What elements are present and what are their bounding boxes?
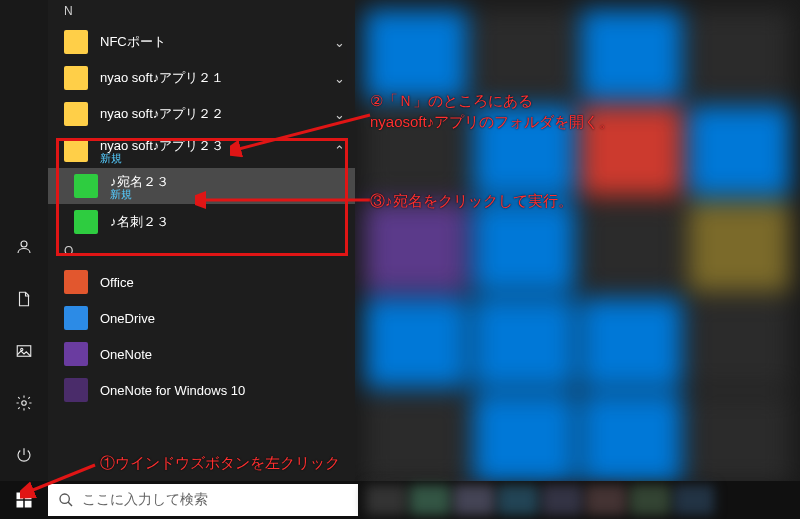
documents-icon[interactable] (0, 279, 48, 319)
folder-icon (64, 138, 88, 162)
folder-icon (64, 66, 88, 90)
svg-point-0 (21, 241, 27, 247)
svg-rect-10 (25, 501, 32, 508)
onenote-icon (64, 342, 88, 366)
svg-rect-8 (25, 493, 32, 500)
start-rail (0, 0, 48, 481)
start-button[interactable] (0, 481, 48, 519)
nyaosoft-23-expanded: ♪宛名２３ 新規 ♪名刺２３ (48, 168, 355, 240)
taskbar: ここに入力して検索 (0, 481, 800, 519)
settings-icon[interactable] (0, 383, 48, 423)
taskbar-search[interactable]: ここに入力して検索 (48, 484, 358, 516)
app-meishi-23[interactable]: ♪名刺２３ (48, 204, 355, 240)
app-nyaosoft-21[interactable]: nyao soft♪アプリ２１ ⌄ (48, 60, 355, 96)
desktop-tiles-blurred (355, 0, 800, 481)
svg-point-11 (60, 494, 69, 503)
app-office[interactable]: Office (48, 264, 355, 300)
new-badge: 新規 (110, 189, 345, 200)
chevron-down-icon: ⌄ (334, 71, 345, 86)
new-badge: 新規 (100, 153, 322, 164)
svg-point-3 (22, 401, 27, 406)
section-header-o: O (48, 240, 355, 264)
folder-icon (64, 30, 88, 54)
search-placeholder: ここに入力して検索 (82, 491, 208, 509)
app-atena-23[interactable]: ♪宛名２３ 新規 (48, 168, 355, 204)
chevron-up-icon: ⌃ (334, 143, 345, 158)
app-nfc-port[interactable]: NFCポート ⌄ (48, 24, 355, 60)
app-nyaosoft-23[interactable]: nyao soft♪アプリ２３ 新規 ⌃ (48, 132, 355, 168)
onenote-icon (64, 378, 88, 402)
app-onenote[interactable]: OneNote (48, 336, 355, 372)
svg-rect-9 (17, 501, 24, 508)
app-onedrive[interactable]: OneDrive (48, 300, 355, 336)
search-icon (58, 492, 74, 508)
chevron-down-icon: ⌄ (334, 35, 345, 50)
power-icon[interactable] (0, 435, 48, 475)
start-app-list: N NFCポート ⌄ nyao soft♪アプリ２１ ⌄ nyao soft♪ア… (48, 0, 355, 481)
folder-icon (64, 102, 88, 126)
section-header-n: N (48, 0, 355, 24)
svg-line-12 (68, 502, 72, 506)
app-onenote-win10[interactable]: OneNote for Windows 10 (48, 372, 355, 408)
chevron-down-icon: ⌄ (334, 107, 345, 122)
taskbar-pinned-blurred (366, 485, 714, 515)
app-icon (74, 210, 98, 234)
app-icon (74, 174, 98, 198)
pictures-icon[interactable] (0, 331, 48, 371)
onedrive-icon (64, 306, 88, 330)
user-icon[interactable] (0, 227, 48, 267)
app-nyaosoft-22[interactable]: nyao soft♪アプリ２２ ⌄ (48, 96, 355, 132)
svg-rect-7 (17, 493, 24, 500)
office-icon (64, 270, 88, 294)
